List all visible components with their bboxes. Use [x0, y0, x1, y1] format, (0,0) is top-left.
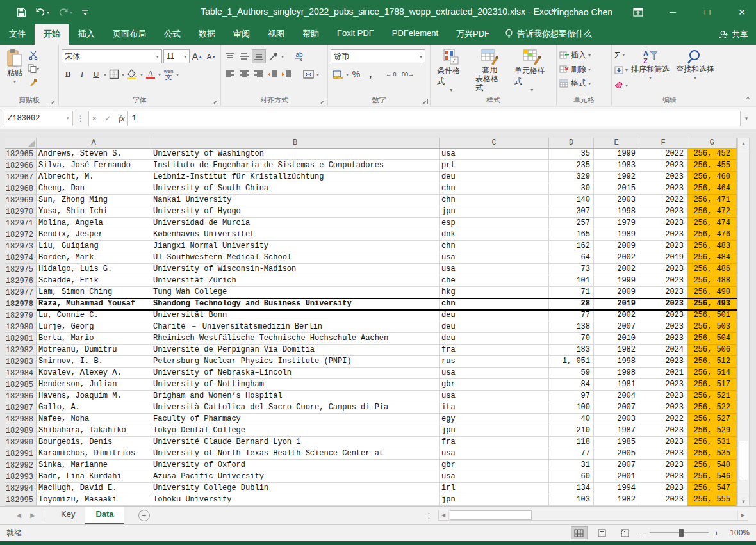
cell-D-182986[interactable]: 97	[549, 391, 594, 402]
cell-A-182993[interactable]: Badr, Lina Kurdahi	[37, 471, 151, 483]
cell-F-182965[interactable]: 2022	[639, 149, 687, 160]
find-select-button[interactable]: 查找和选择 ▾	[673, 47, 718, 92]
row-header[interactable]: 182970	[5, 206, 37, 218]
underline-dropdown-icon[interactable]: ▾	[104, 72, 106, 77]
paste-dropdown-icon[interactable]: ▾	[13, 79, 16, 85]
cell-G-182993[interactable]: 256, 546	[687, 471, 737, 483]
sheet-tab-key[interactable]: Key	[51, 507, 85, 525]
cell-D-182971[interactable]: 257	[549, 218, 594, 229]
cell-E-182969[interactable]: 2003	[594, 195, 639, 206]
ribbon-tab-页面布局[interactable]: 页面布局	[104, 24, 155, 45]
sheet-tab-data[interactable]: Data	[85, 507, 124, 525]
cell-A-182978[interactable]: Raza, Muhammad Yousaf	[37, 298, 151, 310]
cell-C-182982[interactable]: fra	[440, 345, 549, 356]
confirm-entry-button[interactable]: ✓	[104, 114, 111, 123]
clear-button[interactable]: ▾	[614, 78, 628, 92]
hscroll-splitter[interactable]: ⋮	[425, 511, 433, 520]
ribbon-tab-公式[interactable]: 公式	[155, 24, 190, 45]
paste-button[interactable]: 粘贴 ▾	[3, 47, 27, 88]
font-name-combo[interactable]: 宋体 ▾	[62, 49, 162, 63]
cell-B-182965[interactable]: University of Washington	[151, 149, 440, 160]
comma-style-button[interactable]: ，	[364, 67, 377, 81]
select-all-corner[interactable]	[5, 138, 37, 148]
row-header[interactable]: 182973	[5, 241, 37, 252]
cell-C-182995[interactable]: jpn	[440, 494, 549, 506]
cell-A-182986[interactable]: Havens, Joaquim M.	[37, 391, 151, 402]
ribbon-tab-帮助[interactable]: 帮助	[293, 24, 328, 45]
cell-E-182988[interactable]: 2003	[594, 414, 639, 425]
cell-A-182973[interactable]: Liu, Guiqiang	[37, 241, 151, 252]
cell-C-182976[interactable]: che	[440, 275, 549, 287]
cell-D-182995[interactable]: 103	[549, 494, 594, 506]
row-header[interactable]: 182991	[5, 448, 37, 460]
user-account[interactable]: Yingchao Chen	[552, 7, 612, 17]
cell-G-182983[interactable]: 256, 512	[687, 356, 737, 368]
cell-F-182994[interactable]: 2023	[639, 483, 687, 494]
cell-G-182970[interactable]: 256, 472	[687, 206, 737, 218]
cell-D-182965[interactable]: 35	[549, 149, 594, 160]
cell-E-182967[interactable]: 1992	[594, 172, 639, 183]
expand-formula-bar-button[interactable]: ▾	[741, 115, 752, 122]
cell-E-182990[interactable]: 1985	[594, 437, 639, 448]
cell-D-182988[interactable]: 40	[549, 414, 594, 425]
cell-D-182969[interactable]: 140	[549, 195, 594, 206]
decrease-indent-button[interactable]	[266, 67, 279, 81]
cell-C-182967[interactable]: deu	[440, 172, 549, 183]
cell-F-182983[interactable]: 2023	[639, 356, 687, 368]
cell-styles-button[interactable]: 单元格样式 ▾	[511, 47, 554, 95]
cell-G-182966[interactable]: 256, 455	[687, 160, 737, 172]
cell-F-182991[interactable]: 2023	[639, 448, 687, 460]
page-layout-view-button[interactable]	[594, 526, 611, 539]
copy-dropdown-icon[interactable]: ▾	[37, 66, 39, 72]
cell-C-182977[interactable]: hkg	[440, 287, 549, 298]
cell-E-182978[interactable]: 2019	[594, 298, 639, 310]
cell-A-182991[interactable]: Karamichos, Dimitrios	[37, 448, 151, 460]
cell-A-182966[interactable]: Silva, José Fernando	[37, 160, 151, 172]
font-size-combo[interactable]: 11 ▾	[163, 49, 190, 63]
tell-me-box[interactable]: 告诉我你想要做什么	[498, 24, 598, 45]
cell-C-182983[interactable]: rus	[440, 356, 549, 368]
row-header[interactable]: 182979	[5, 310, 37, 321]
cell-C-182971[interactable]: esp	[440, 218, 549, 229]
cell-E-182983[interactable]: 1998	[594, 356, 639, 368]
cell-C-182990[interactable]: fra	[440, 437, 549, 448]
cell-E-182968[interactable]: 2015	[594, 183, 639, 195]
row-header[interactable]: 182988	[5, 414, 37, 425]
row-header[interactable]: 182967	[5, 172, 37, 183]
cell-A-182990[interactable]: Bourgeois, Denis	[37, 437, 151, 448]
cell-G-182971[interactable]: 256, 474	[687, 218, 737, 229]
cell-A-182981[interactable]: Berta, Mario	[37, 333, 151, 345]
cell-B-182983[interactable]: Petersburg Nuclear Physics Institute (PN…	[151, 356, 440, 368]
cell-C-182985[interactable]: gbr	[440, 379, 549, 391]
cell-F-182978[interactable]: 2023	[639, 298, 687, 310]
row-header[interactable]: 182965	[5, 149, 37, 160]
font-color-button[interactable]: A	[144, 67, 157, 81]
cell-C-182978[interactable]: chn	[440, 298, 549, 310]
cell-A-182967[interactable]: Albrecht, M.	[37, 172, 151, 183]
cell-D-182985[interactable]: 84	[549, 379, 594, 391]
cell-F-182990[interactable]: 2023	[639, 437, 687, 448]
row-header[interactable]: 182993	[5, 471, 37, 483]
ribbon-display-options-button[interactable]	[629, 8, 647, 17]
cell-G-182972[interactable]: 256, 476	[687, 229, 737, 241]
delete-dropdown-icon[interactable]: ▾	[588, 67, 591, 72]
cell-E-182993[interactable]: 2001	[594, 471, 639, 483]
cell-G-182985[interactable]: 256, 517	[687, 379, 737, 391]
cell-G-182967[interactable]: 256, 460	[687, 172, 737, 183]
name-box[interactable]: Z183002 ▾	[4, 111, 73, 126]
cell-B-182989[interactable]: Tokyo Dental College	[151, 425, 440, 437]
formula-bar-splitter[interactable]: ⋮	[77, 114, 85, 123]
cell-C-182987[interactable]: ita	[440, 402, 549, 414]
cell-A-182989[interactable]: Shibahara, Takahiko	[37, 425, 151, 437]
cell-B-182984[interactable]: University of Nebraska–Lincoln	[151, 368, 440, 379]
merge-dropdown-icon[interactable]: ▾	[316, 72, 319, 77]
cell-F-182976[interactable]: 2023	[639, 275, 687, 287]
number-dialog-launcher[interactable]	[422, 99, 428, 104]
minimize-button[interactable]: ─	[664, 7, 682, 17]
cell-E-182985[interactable]: 1981	[594, 379, 639, 391]
cell-E-182982[interactable]: 1982	[594, 345, 639, 356]
ribbon-tab-数据[interactable]: 数据	[190, 24, 224, 45]
cell-E-182995[interactable]: 1982	[594, 494, 639, 506]
scroll-up-icon[interactable]: ▲	[738, 138, 749, 149]
percent-style-button[interactable]: %	[350, 67, 363, 81]
